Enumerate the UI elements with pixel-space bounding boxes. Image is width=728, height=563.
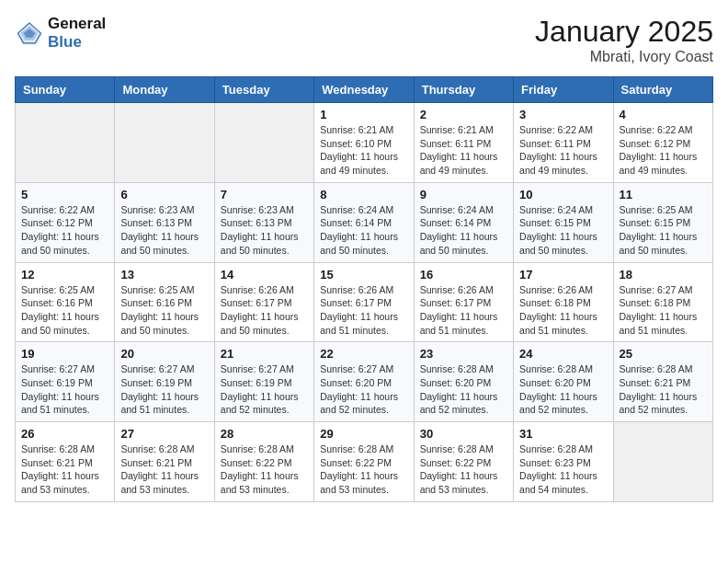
calendar-week-2: 5Sunrise: 6:22 AM Sunset: 6:12 PM Daylig…: [16, 182, 713, 262]
day-number: 19: [21, 347, 108, 361]
day-info: Sunrise: 6:27 AM Sunset: 6:18 PM Dayligh…: [620, 283, 707, 338]
calendar-cell: 29Sunrise: 6:28 AM Sunset: 6:22 PM Dayli…: [314, 422, 414, 502]
calendar-cell: 23Sunrise: 6:28 AM Sunset: 6:20 PM Dayli…: [414, 342, 513, 422]
calendar-cell: 14Sunrise: 6:26 AM Sunset: 6:17 PM Dayli…: [214, 262, 313, 342]
day-info: Sunrise: 6:26 AM Sunset: 6:17 PM Dayligh…: [420, 283, 507, 338]
day-info: Sunrise: 6:23 AM Sunset: 6:13 PM Dayligh…: [221, 203, 308, 258]
month-title: January 2025: [535, 15, 713, 49]
calendar-cell: 31Sunrise: 6:28 AM Sunset: 6:23 PM Dayli…: [514, 422, 613, 502]
calendar-cell: 27Sunrise: 6:28 AM Sunset: 6:21 PM Dayli…: [115, 422, 214, 502]
day-info: Sunrise: 6:28 AM Sunset: 6:22 PM Dayligh…: [221, 442, 308, 497]
calendar-cell: 7Sunrise: 6:23 AM Sunset: 6:13 PM Daylig…: [214, 182, 313, 262]
day-info: Sunrise: 6:23 AM Sunset: 6:13 PM Dayligh…: [120, 203, 208, 258]
day-info: Sunrise: 6:28 AM Sunset: 6:21 PM Dayligh…: [120, 442, 208, 497]
weekday-header-monday: Monday: [115, 77, 214, 103]
day-info: Sunrise: 6:28 AM Sunset: 6:21 PM Dayligh…: [620, 362, 707, 417]
calendar-cell: 6Sunrise: 6:23 AM Sunset: 6:13 PM Daylig…: [115, 182, 214, 262]
day-number: 26: [21, 427, 108, 441]
day-number: 8: [320, 188, 407, 201]
day-info: Sunrise: 6:27 AM Sunset: 6:19 PM Dayligh…: [21, 362, 108, 417]
calendar-cell: 24Sunrise: 6:28 AM Sunset: 6:20 PM Dayli…: [514, 342, 613, 422]
calendar-cell: 3Sunrise: 6:22 AM Sunset: 6:11 PM Daylig…: [514, 103, 613, 183]
calendar-cell: 8Sunrise: 6:24 AM Sunset: 6:14 PM Daylig…: [314, 182, 414, 262]
day-number: 7: [221, 188, 308, 201]
day-info: Sunrise: 6:28 AM Sunset: 6:23 PM Dayligh…: [519, 442, 607, 497]
day-info: Sunrise: 6:24 AM Sunset: 6:14 PM Dayligh…: [420, 203, 507, 258]
calendar-cell: 19Sunrise: 6:27 AM Sunset: 6:19 PM Dayli…: [16, 342, 115, 422]
day-number: 3: [519, 108, 607, 121]
calendar-cell: 5Sunrise: 6:22 AM Sunset: 6:12 PM Daylig…: [16, 182, 115, 262]
day-info: Sunrise: 6:27 AM Sunset: 6:20 PM Dayligh…: [320, 362, 407, 417]
page-header: General Blue January 2025 Mbrati, Ivory …: [15, 15, 713, 65]
calendar-week-4: 19Sunrise: 6:27 AM Sunset: 6:19 PM Dayli…: [16, 342, 713, 422]
calendar-cell: 20Sunrise: 6:27 AM Sunset: 6:19 PM Dayli…: [115, 342, 214, 422]
calendar-cell: 11Sunrise: 6:25 AM Sunset: 6:15 PM Dayli…: [613, 182, 712, 262]
day-number: 21: [221, 347, 308, 361]
day-number: 22: [320, 347, 407, 361]
calendar-cell: 10Sunrise: 6:24 AM Sunset: 6:15 PM Dayli…: [514, 182, 613, 262]
day-info: Sunrise: 6:22 AM Sunset: 6:12 PM Dayligh…: [620, 123, 707, 178]
day-number: 9: [420, 188, 507, 201]
weekday-header-saturday: Saturday: [613, 77, 712, 103]
day-number: 18: [620, 268, 707, 282]
day-number: 28: [221, 427, 308, 441]
day-number: 27: [120, 427, 208, 441]
day-info: Sunrise: 6:21 AM Sunset: 6:11 PM Dayligh…: [420, 123, 507, 178]
day-number: 4: [620, 108, 707, 121]
day-info: Sunrise: 6:28 AM Sunset: 6:22 PM Dayligh…: [420, 442, 507, 497]
calendar-cell: [214, 103, 313, 183]
calendar-cell: 13Sunrise: 6:25 AM Sunset: 6:16 PM Dayli…: [115, 262, 214, 342]
calendar-cell: 4Sunrise: 6:22 AM Sunset: 6:12 PM Daylig…: [613, 103, 712, 183]
day-info: Sunrise: 6:28 AM Sunset: 6:20 PM Dayligh…: [420, 362, 507, 417]
day-number: 12: [21, 268, 108, 282]
calendar-cell: 12Sunrise: 6:25 AM Sunset: 6:16 PM Dayli…: [16, 262, 115, 342]
location-title: Mbrati, Ivory Coast: [535, 49, 713, 65]
calendar-cell: [613, 422, 712, 502]
weekday-header-sunday: Sunday: [16, 77, 115, 103]
calendar-cell: 30Sunrise: 6:28 AM Sunset: 6:22 PM Dayli…: [414, 422, 513, 502]
calendar-cell: 15Sunrise: 6:26 AM Sunset: 6:17 PM Dayli…: [314, 262, 414, 342]
day-number: 30: [420, 427, 507, 441]
day-number: 15: [320, 268, 407, 282]
calendar-header-row: SundayMondayTuesdayWednesdayThursdayFrid…: [16, 77, 713, 103]
calendar-week-3: 12Sunrise: 6:25 AM Sunset: 6:16 PM Dayli…: [16, 262, 713, 342]
calendar-cell: 16Sunrise: 6:26 AM Sunset: 6:17 PM Dayli…: [414, 262, 513, 342]
title-block: January 2025 Mbrati, Ivory Coast: [535, 15, 713, 65]
day-number: 31: [519, 427, 607, 441]
day-number: 24: [519, 347, 607, 361]
day-info: Sunrise: 6:28 AM Sunset: 6:21 PM Dayligh…: [21, 442, 108, 497]
day-number: 29: [320, 427, 407, 441]
day-info: Sunrise: 6:22 AM Sunset: 6:11 PM Dayligh…: [519, 123, 607, 178]
day-number: 2: [420, 108, 507, 121]
day-number: 10: [519, 188, 607, 201]
day-info: Sunrise: 6:27 AM Sunset: 6:19 PM Dayligh…: [221, 362, 308, 417]
weekday-header-thursday: Thursday: [414, 77, 513, 103]
calendar-cell: 2Sunrise: 6:21 AM Sunset: 6:11 PM Daylig…: [414, 103, 513, 183]
calendar-cell: 18Sunrise: 6:27 AM Sunset: 6:18 PM Dayli…: [613, 262, 712, 342]
weekday-header-tuesday: Tuesday: [214, 77, 313, 103]
calendar-table: SundayMondayTuesdayWednesdayThursdayFrid…: [15, 76, 713, 502]
day-number: 17: [519, 268, 607, 282]
day-number: 11: [620, 188, 707, 201]
day-number: 16: [420, 268, 507, 282]
weekday-header-friday: Friday: [514, 77, 613, 103]
day-info: Sunrise: 6:28 AM Sunset: 6:20 PM Dayligh…: [519, 362, 607, 417]
calendar-cell: [16, 103, 115, 183]
weekday-header-wednesday: Wednesday: [314, 77, 414, 103]
calendar-cell: 9Sunrise: 6:24 AM Sunset: 6:14 PM Daylig…: [414, 182, 513, 262]
calendar-cell: 17Sunrise: 6:26 AM Sunset: 6:18 PM Dayli…: [514, 262, 613, 342]
day-number: 13: [120, 268, 208, 282]
day-number: 6: [120, 188, 208, 201]
day-info: Sunrise: 6:28 AM Sunset: 6:22 PM Dayligh…: [320, 442, 407, 497]
day-info: Sunrise: 6:24 AM Sunset: 6:14 PM Dayligh…: [320, 203, 407, 258]
day-info: Sunrise: 6:27 AM Sunset: 6:19 PM Dayligh…: [120, 362, 208, 417]
calendar-week-1: 1Sunrise: 6:21 AM Sunset: 6:10 PM Daylig…: [16, 103, 713, 183]
day-number: 25: [620, 347, 707, 361]
calendar-cell: 25Sunrise: 6:28 AM Sunset: 6:21 PM Dayli…: [613, 342, 712, 422]
day-info: Sunrise: 6:26 AM Sunset: 6:17 PM Dayligh…: [221, 283, 308, 338]
logo-icon: [15, 20, 44, 46]
calendar-week-5: 26Sunrise: 6:28 AM Sunset: 6:21 PM Dayli…: [16, 422, 713, 502]
calendar-cell: [115, 103, 214, 183]
logo: General Blue: [15, 15, 106, 52]
day-number: 23: [420, 347, 507, 361]
